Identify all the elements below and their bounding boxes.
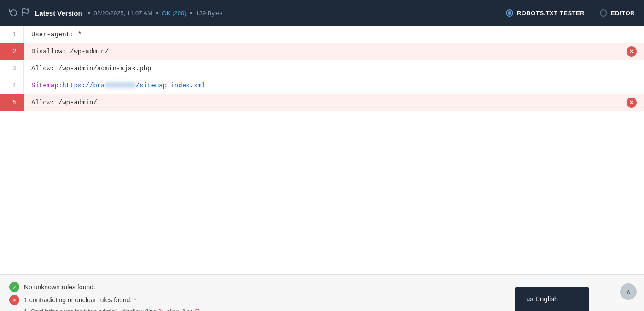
separator-dot-1 [88, 12, 90, 14]
language-label: us English [526, 295, 558, 303]
table-row: 1 User-agent: * [0, 26, 644, 43]
app-header: Latest Version 02/20/2025, 11:07 AM OK (… [0, 0, 644, 26]
editor-label: EDITOR [611, 10, 635, 17]
line-ref-2: 5 [195, 308, 198, 311]
sitemap-url-blurred: XXXXXXXX [105, 82, 136, 89]
header-right: ROBOTS.TXT TESTER EDITOR [506, 8, 635, 17]
separator-dot-2 [156, 12, 158, 14]
line-number-4: 4 [0, 77, 24, 94]
header-size: 139 Bytes [196, 10, 223, 17]
status-ok-icon: ✓ [9, 282, 19, 292]
editor-area: 1 User-agent: * 2 Disallow: /wp-admin/ ✕… [0, 26, 644, 274]
status-error-icon: ✕ [9, 295, 19, 305]
line-content-5: Allow: /wp-admin/ [24, 95, 627, 110]
table-row: 5 Allow: /wp-admin/ ✕ [0, 94, 644, 111]
line-content-3: Allow: /wp-admin/admin-ajax.php [24, 61, 644, 76]
error-icon-2[interactable]: ✕ [627, 46, 637, 57]
robots-tester-tab[interactable]: ROBOTS.TXT TESTER [506, 9, 585, 17]
header-status: OK (200) [162, 10, 186, 17]
line-content-2: Disallow: /wp-admin/ [24, 44, 627, 59]
scroll-top-button[interactable]: ∧ [620, 283, 637, 300]
status-ok-text: No unknown rules found. [24, 283, 95, 291]
error-icon-5[interactable]: ✕ [627, 98, 637, 108]
editor-tab[interactable]: EDITOR [600, 9, 635, 17]
line-content-4: Sitemap: https://bra XXXXXXXX /sitemap_i… [24, 78, 644, 93]
table-row: 3 Allow: /wp-admin/admin-ajax.php [0, 60, 644, 77]
header-meta: 02/20/2025, 11:07 AM OK (200) 139 Bytes [88, 10, 223, 17]
refresh-icon[interactable] [9, 8, 17, 18]
robots-tester-radio [506, 9, 513, 17]
robots-tester-label: ROBOTS.TXT TESTER [517, 10, 585, 17]
line-content-1: User-agent: * [24, 27, 644, 42]
status-error-text: 1 contradicting or unclear rules found. … [24, 296, 136, 304]
header-icon-group [9, 8, 29, 18]
line-number-5: 5 [0, 94, 24, 111]
tab-divider [592, 8, 592, 17]
table-row: 2 Disallow: /wp-admin/ ✕ [0, 43, 644, 60]
line-text-1: User-agent: * [31, 31, 81, 38]
keyword-disallow-2: Disallow: /wp-admin/ [31, 48, 109, 55]
line-number-3: 3 [0, 60, 24, 77]
scroll-top-icon: ∧ [626, 288, 631, 295]
line-number-1: 1 [0, 26, 24, 43]
language-tooltip[interactable]: us English [515, 287, 589, 311]
sitemap-url-start: https://bra [62, 82, 104, 89]
table-row: 4 Sitemap: https://bra XXXXXXXX /sitemap… [0, 77, 644, 94]
header-date: 02/20/2025, 11:07 AM [94, 10, 152, 17]
editor-radio [600, 9, 607, 17]
keyword-allow-5: Allow: /wp-admin/ [31, 99, 97, 106]
keyword-allow-3: Allow: /wp-admin/admin-ajax.php [31, 65, 151, 72]
keyword-sitemap-4: Sitemap: [31, 82, 62, 89]
sitemap-url-end: /sitemap_index.xml [136, 82, 205, 89]
separator-dot-3 [190, 12, 192, 14]
line-number-2: 2 [0, 43, 24, 60]
caret-up-icon[interactable]: ^ [133, 297, 136, 304]
code-lines: 1 User-agent: * 2 Disallow: /wp-admin/ ✕… [0, 26, 644, 274]
version-title: Latest Version [35, 9, 82, 17]
flag-icon[interactable] [21, 8, 29, 18]
